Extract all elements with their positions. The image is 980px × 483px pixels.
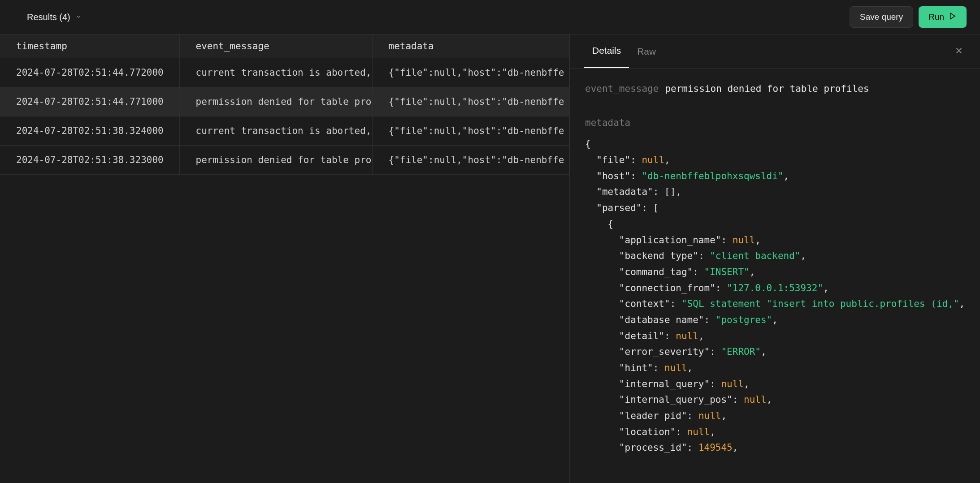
cell-event_message: current transaction is aborted, bbox=[179, 58, 372, 87]
cell-event_message: permission denied for table pro bbox=[179, 87, 372, 116]
toolbar-right: Save query Run bbox=[850, 6, 967, 28]
cell-event_message: permission denied for table pro bbox=[179, 146, 372, 175]
table-row[interactable]: 2024-07-28T02:51:44.772000current transa… bbox=[0, 58, 569, 87]
column-header-metadata[interactable]: metadata bbox=[372, 34, 569, 58]
cell-metadata: {"file":null,"host":"db-nenbffe bbox=[372, 116, 569, 146]
cell-event_message: current transaction is aborted, bbox=[179, 116, 372, 146]
results-dropdown[interactable]: Results (4) bbox=[27, 12, 82, 22]
event-message-field: event_message permission denied for tabl… bbox=[585, 81, 965, 97]
table-row[interactable]: 2024-07-28T02:51:38.323000permission den… bbox=[0, 146, 569, 175]
close-button[interactable] bbox=[951, 42, 967, 61]
table-row[interactable]: 2024-07-28T02:51:44.771000permission den… bbox=[0, 87, 569, 116]
table-row[interactable]: 2024-07-28T02:51:38.324000current transa… bbox=[0, 116, 569, 146]
results-table-panel: timestamp event_message metadata 2024-07… bbox=[0, 34, 569, 483]
play-icon bbox=[949, 12, 957, 22]
toolbar: Results (4) Save query Run bbox=[0, 0, 980, 34]
cell-timestamp: 2024-07-28T02:51:44.772000 bbox=[0, 58, 179, 87]
chevron-down-icon bbox=[75, 13, 82, 22]
save-query-button[interactable]: Save query bbox=[850, 6, 913, 28]
results-label: Results (4) bbox=[27, 12, 70, 22]
tab-details[interactable]: Details bbox=[584, 34, 629, 68]
detail-body: event_message permission denied for tabl… bbox=[570, 69, 980, 469]
cell-metadata: {"file":null,"host":"db-nenbffe bbox=[372, 87, 569, 116]
cell-timestamp: 2024-07-28T02:51:38.323000 bbox=[0, 146, 179, 175]
column-header-event-message[interactable]: event_message bbox=[179, 34, 372, 58]
column-header-timestamp[interactable]: timestamp bbox=[0, 34, 179, 58]
run-label: Run bbox=[928, 12, 944, 22]
cell-metadata: {"file":null,"host":"db-nenbffe bbox=[372, 58, 569, 87]
cell-timestamp: 2024-07-28T02:51:38.324000 bbox=[0, 116, 179, 146]
metadata-json: { "file": null, "host": "db-nenbffeblpoh… bbox=[585, 136, 965, 456]
tab-raw[interactable]: Raw bbox=[629, 35, 664, 68]
close-icon bbox=[954, 44, 964, 58]
cell-metadata: {"file":null,"host":"db-nenbffe bbox=[372, 146, 569, 175]
table-header-row: timestamp event_message metadata bbox=[0, 34, 569, 58]
svg-marker-0 bbox=[950, 13, 955, 19]
run-button[interactable]: Run bbox=[919, 6, 967, 28]
event-message-label: event_message bbox=[585, 81, 659, 97]
results-table: timestamp event_message metadata 2024-07… bbox=[0, 34, 569, 175]
event-message-value: permission denied for table profiles bbox=[665, 81, 869, 97]
main: timestamp event_message metadata 2024-07… bbox=[0, 34, 980, 483]
detail-panel: Details Raw event_message permission den… bbox=[569, 34, 980, 483]
detail-tabs: Details Raw bbox=[570, 34, 980, 69]
metadata-label: metadata bbox=[585, 115, 965, 131]
cell-timestamp: 2024-07-28T02:51:44.771000 bbox=[0, 87, 179, 116]
